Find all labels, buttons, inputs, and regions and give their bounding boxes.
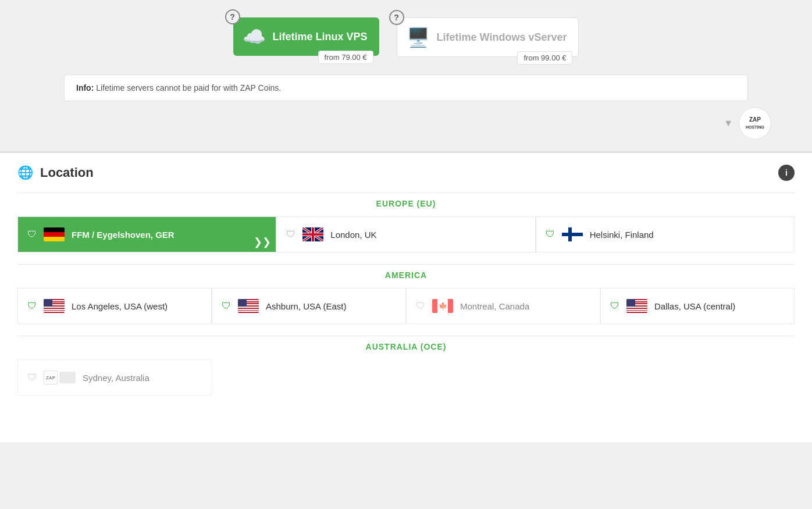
australia-location-grid: 🛡 ZAP Sydney, Australia <box>17 359 795 396</box>
linux-vps-help-icon[interactable]: ? <box>225 9 240 24</box>
location-item-los-angeles[interactable]: 🛡 Los Angeles, USA (west) <box>17 288 212 324</box>
flag-us <box>44 299 65 313</box>
location-item-dallas[interactable]: 🛡 Dallas, USA (central) <box>600 288 795 324</box>
flag-ca: 🍁 <box>432 299 453 313</box>
location-name-montreal: Montreal, Canada <box>460 301 529 311</box>
shield-icon: 🛡 <box>610 301 619 311</box>
america-location-grid: 🛡 Los Angeles, USA (west) 🛡 Ashburn, USA… <box>17 288 795 324</box>
location-header: 🌐 Location i <box>17 165 795 181</box>
location-section: 🌐 Location i EUROPE (EU) 🛡 FFM / Eygelsh… <box>0 151 812 442</box>
location-name-sydney: Sydney, Australia <box>83 373 149 383</box>
info-bar: Info: Lifetime servers cannot be paid fo… <box>64 74 748 101</box>
region-america-label: AMERICA <box>17 270 795 280</box>
linux-vps-title: Lifetime Linux VPS <box>273 31 368 43</box>
location-item-helsinki[interactable]: 🛡 Helsinki, Finland <box>536 216 795 252</box>
location-name-ffm: FFM / Eygelshoven, GER <box>72 230 174 240</box>
windows-vserver-card[interactable]: ? 🖥️ Lifetime Windows vServer from 99.00… <box>397 17 579 57</box>
windows-vserver-price: from 99.00 € <box>517 51 572 65</box>
zap-logo-text: ZAPHOSTING <box>746 116 764 130</box>
zap-badge: ZAP <box>44 371 76 385</box>
location-item-montreal[interactable]: 🛡 🍁 Montreal, Canada <box>406 288 600 324</box>
linux-vps-price: from 79.00 € <box>318 51 373 64</box>
location-name-london: London, UK <box>330 230 376 240</box>
region-europe-label: EUROPE (EU) <box>17 199 795 208</box>
linux-vps-card[interactable]: ? ☁️ Lifetime Linux VPS from 79.00 € <box>233 17 379 56</box>
flag-fi <box>562 227 583 241</box>
windows-vserver-help-icon[interactable]: ? <box>389 10 404 25</box>
info-label: Info: <box>76 83 94 92</box>
zap-logo[interactable]: ZAPHOSTING <box>739 107 771 140</box>
product-cards: ? ☁️ Lifetime Linux VPS from 79.00 € ? 🖥… <box>17 12 795 57</box>
location-item-ashburn[interactable]: 🛡 Ashburn, USA (East) <box>212 288 406 324</box>
flag-uk <box>302 227 323 241</box>
selected-checkmark-icon: ❯❯ <box>254 236 271 248</box>
location-name-helsinki: Helsinki, Finland <box>590 230 654 240</box>
location-name-dallas: Dallas, USA (central) <box>654 301 735 311</box>
location-name-ashburn: Ashburn, USA (East) <box>266 301 346 311</box>
shield-icon: 🛡 <box>27 301 37 311</box>
location-item-london[interactable]: 🛡 London, UK <box>276 216 535 252</box>
top-section: ? ☁️ Lifetime Linux VPS from 79.00 € ? 🖥… <box>0 0 812 151</box>
flag-us <box>238 299 259 313</box>
cloud-icon: ☁️ <box>243 26 266 48</box>
location-title: Location <box>40 165 94 180</box>
server-icon: 🖥️ <box>407 26 430 48</box>
shield-icon: 🛡 <box>27 372 37 383</box>
zap-badge-icon: ZAP <box>44 371 58 385</box>
location-item-ffm-ger[interactable]: 🛡 FFM / Eygelshoven, GER ❯❯ <box>17 216 276 252</box>
flag-au-placeholder <box>59 372 76 383</box>
shield-icon: 🛡 <box>546 229 555 240</box>
flag-us <box>626 299 647 313</box>
location-name-la: Los Angeles, USA (west) <box>72 301 168 311</box>
flag-de <box>44 227 65 241</box>
shield-icon: 🛡 <box>222 301 231 311</box>
location-item-sydney[interactable]: 🛡 ZAP Sydney, Australia <box>17 359 212 396</box>
info-text: Lifetime servers cannot be paid for with… <box>96 83 281 92</box>
region-australia-label: AUSTRALIA (OCE) <box>17 342 795 351</box>
location-title-group: 🌐 Location <box>17 165 94 180</box>
europe-location-grid: 🛡 FFM / Eygelshoven, GER ❯❯ 🛡 London, UK… <box>17 216 795 252</box>
chevron-down-icon: ▼ <box>724 118 733 129</box>
shield-icon: 🛡 <box>416 301 425 311</box>
shield-icon: 🛡 <box>286 229 295 240</box>
windows-vserver-title: Lifetime Windows vServer <box>437 31 567 44</box>
location-info-icon[interactable]: i <box>778 165 795 181</box>
shield-icon: 🛡 <box>27 229 37 240</box>
globe-icon: 🌐 <box>17 165 33 180</box>
